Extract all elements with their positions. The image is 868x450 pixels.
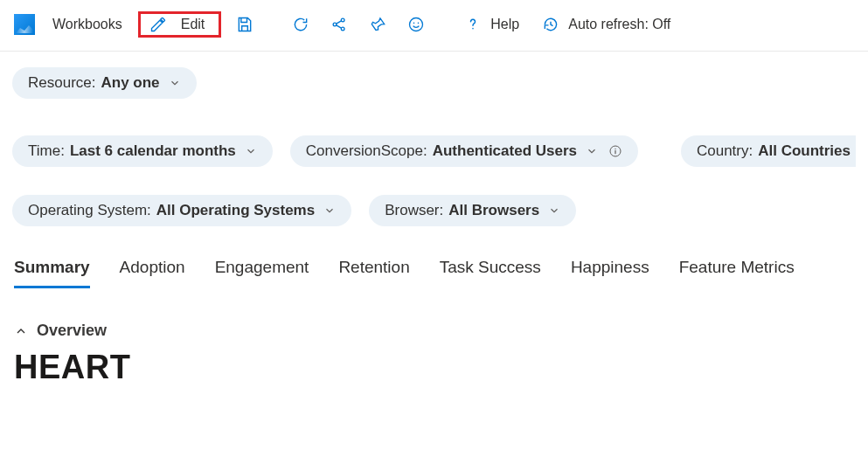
conversion-param-label: ConversionScope: <box>306 142 427 160</box>
country-param[interactable]: Country: All Countries <box>681 135 856 167</box>
pin-button[interactable] <box>361 9 394 40</box>
tab-label: Adoption <box>120 258 185 276</box>
chevron-down-icon <box>323 204 336 217</box>
tab-retention[interactable]: Retention <box>338 251 409 288</box>
refresh-icon <box>292 16 309 33</box>
smiley-icon <box>407 16 425 33</box>
svg-point-1 <box>342 18 345 22</box>
svg-point-2 <box>342 27 345 31</box>
overview-toggle[interactable]: Overview <box>14 322 854 340</box>
chevron-down-icon <box>586 145 598 157</box>
content-area: Overview HEART <box>0 288 868 386</box>
chevron-down-icon <box>245 145 257 157</box>
resource-param-value: Any one <box>101 74 159 92</box>
edit-label: Edit <box>181 17 205 32</box>
browser-param-value: All Browsers <box>448 202 539 219</box>
info-icon <box>608 144 622 158</box>
country-param-value: All Countries <box>758 142 851 160</box>
resource-param[interactable]: Resource: Any one <box>12 67 197 99</box>
toolbar: Workbooks Edit Help Auto refresh: Off <box>0 0 868 52</box>
autorefresh-button[interactable]: Auto refresh: Off <box>533 12 679 37</box>
time-param-value: Last 6 calendar months <box>70 142 236 160</box>
tab-label: Happiness <box>571 258 649 276</box>
tab-engagement[interactable]: Engagement <box>215 251 309 288</box>
chevron-down-icon <box>169 77 181 89</box>
os-param-value: All Operating Systems <box>156 202 315 219</box>
os-param[interactable]: Operating System: All Operating Systems <box>12 195 351 226</box>
conversion-param[interactable]: ConversionScope: Authenticated Users <box>290 135 638 167</box>
country-param-label: Country: <box>697 142 753 160</box>
svg-point-5 <box>418 23 420 24</box>
feedback-button[interactable] <box>399 9 433 40</box>
browser-param[interactable]: Browser: All Browsers <box>369 195 576 226</box>
browser-param-label: Browser: <box>385 202 443 219</box>
tab-happiness[interactable]: Happiness <box>571 251 649 288</box>
resource-param-label: Resource: <box>28 74 95 92</box>
overview-label: Overview <box>37 322 107 340</box>
pin-icon <box>369 16 386 33</box>
save-button[interactable] <box>228 9 261 40</box>
conversion-param-value: Authenticated Users <box>433 142 577 160</box>
tab-task-success[interactable]: Task Success <box>440 251 541 288</box>
parameter-bar: Resource: Any one Time: Last 6 calendar … <box>0 52 868 242</box>
tab-label: Feature Metrics <box>679 258 795 276</box>
workbooks-app-icon <box>14 14 35 35</box>
svg-point-3 <box>410 18 423 31</box>
help-button[interactable]: Help <box>455 12 528 37</box>
help-label: Help <box>490 17 519 32</box>
autorefresh-label: Auto refresh: Off <box>568 17 670 32</box>
tab-label: Summary <box>14 258 90 276</box>
share-button[interactable] <box>323 9 356 40</box>
chevron-down-icon <box>548 204 560 217</box>
refresh-button[interactable] <box>284 9 317 40</box>
svg-point-4 <box>413 23 415 24</box>
tab-feature-metrics[interactable]: Feature Metrics <box>679 251 795 288</box>
tab-summary[interactable]: Summary <box>14 251 90 288</box>
tab-label: Engagement <box>215 258 309 276</box>
edit-icon <box>149 16 167 33</box>
edit-button[interactable]: Edit <box>138 11 222 38</box>
help-icon <box>464 16 482 33</box>
share-icon <box>330 16 348 33</box>
chevron-up-icon <box>14 324 28 338</box>
time-param[interactable]: Time: Last 6 calendar months <box>12 135 273 167</box>
history-icon <box>542 16 559 33</box>
workbooks-label: Workbooks <box>52 17 122 32</box>
save-icon <box>236 16 253 33</box>
tab-strip: Summary Adoption Engagement Retention Ta… <box>0 242 868 288</box>
os-param-label: Operating System: <box>28 202 151 219</box>
time-param-label: Time: <box>28 142 65 160</box>
tab-adoption[interactable]: Adoption <box>120 251 185 288</box>
tab-label: Retention <box>338 258 409 276</box>
page-title: HEART <box>14 349 854 386</box>
tab-label: Task Success <box>440 258 541 276</box>
workbooks-button[interactable]: Workbooks <box>44 13 131 36</box>
svg-point-0 <box>333 23 337 26</box>
